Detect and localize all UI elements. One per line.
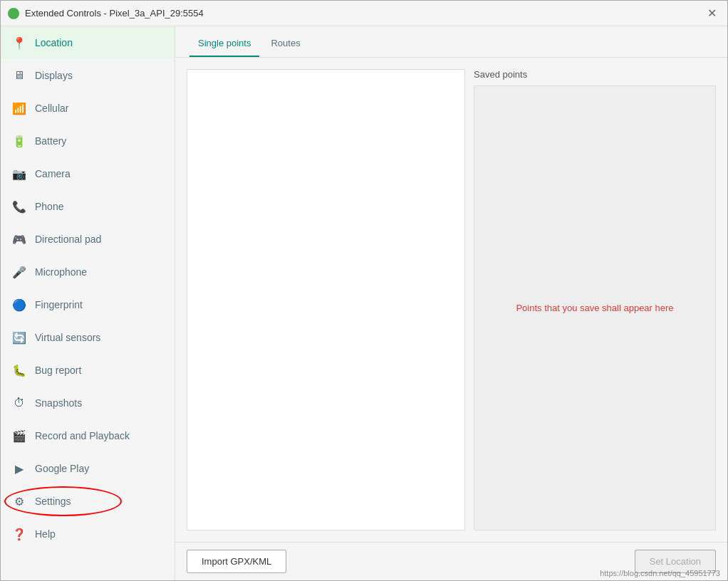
sidebar-item-label-camera: Camera xyxy=(35,168,71,179)
tabs-bar: Single points Routes xyxy=(175,26,727,58)
window-title: Extended Controls - Pixel_3a_API_29:5554 xyxy=(25,8,697,19)
tab-single-points[interactable]: Single points xyxy=(189,31,259,57)
camera-icon: 📷 xyxy=(12,167,26,181)
content-area: 📍Location🖥Displays📶Cellular🔋Battery📷Came… xyxy=(1,26,727,580)
saved-points-placeholder: Points that you save shall appear here xyxy=(516,303,673,313)
directional-pad-icon: 🎮 xyxy=(12,232,26,246)
sidebar-item-label-cellular: Cellular xyxy=(35,103,68,114)
sidebar-item-label-location: Location xyxy=(35,37,73,48)
sidebar-item-bug-report[interactable]: 🐛Bug report xyxy=(1,354,175,387)
sidebar-item-google-play[interactable]: ▶Google Play xyxy=(1,452,175,485)
sidebar-item-directional-pad[interactable]: 🎮Directional pad xyxy=(1,223,175,256)
sidebar-item-record-playback[interactable]: 🎬Record and Playback xyxy=(1,419,175,452)
sidebar-item-label-bug-report: Bug report xyxy=(35,365,81,376)
snapshots-icon: ⏱ xyxy=(12,396,26,410)
sidebar-item-label-battery: Battery xyxy=(35,135,66,147)
bug-report-icon: 🐛 xyxy=(12,363,26,377)
sidebar-item-label-settings: Settings xyxy=(35,496,71,507)
phone-icon: 📞 xyxy=(12,199,26,214)
sidebar-item-label-snapshots: Snapshots xyxy=(35,397,82,409)
settings-icon: ⚙ xyxy=(12,494,26,508)
sidebar-item-virtual-sensors[interactable]: 🔄Virtual sensors xyxy=(1,321,175,354)
location-icon: 📍 xyxy=(12,36,26,50)
sidebar-item-label-google-play: Google Play xyxy=(35,463,89,474)
sidebar-item-label-virtual-sensors: Virtual sensors xyxy=(35,332,100,343)
watermark: https://blog.csdn.net/qq_45951773 xyxy=(600,569,720,577)
displays-icon: 🖥 xyxy=(12,68,26,83)
close-button[interactable]: ✕ xyxy=(703,5,720,22)
sidebar-item-displays[interactable]: 🖥Displays xyxy=(1,59,175,92)
sidebar-item-phone[interactable]: 📞Phone xyxy=(1,190,175,223)
sidebar-item-fingerprint[interactable]: 🔵Fingerprint xyxy=(1,288,175,321)
sidebar-item-label-displays: Displays xyxy=(35,70,73,81)
tab-routes[interactable]: Routes xyxy=(262,31,308,57)
title-bar: Extended Controls - Pixel_3a_API_29:5554… xyxy=(1,1,727,26)
microphone-icon: 🎤 xyxy=(12,265,26,279)
google-play-icon: ▶ xyxy=(12,461,26,476)
sidebar-item-help[interactable]: ❓Help xyxy=(1,518,175,550)
battery-icon: 🔋 xyxy=(12,134,26,148)
sidebar: 📍Location🖥Displays📶Cellular🔋Battery📷Came… xyxy=(1,26,175,580)
cellular-icon: 📶 xyxy=(12,101,26,115)
main-window: Extended Controls - Pixel_3a_API_29:5554… xyxy=(0,0,728,581)
sidebar-item-label-help: Help xyxy=(35,528,56,540)
sidebar-item-label-phone: Phone xyxy=(35,201,63,212)
saved-points-label: Saved points xyxy=(474,69,716,80)
sidebar-item-label-microphone: Microphone xyxy=(35,266,87,278)
map-and-saved-area: Saved points Points that you save shall … xyxy=(175,58,727,542)
saved-points-panel: Saved points Points that you save shall … xyxy=(474,69,716,530)
sidebar-item-label-directional-pad: Directional pad xyxy=(35,234,101,245)
saved-points-box: Points that you save shall appear here xyxy=(474,85,716,530)
import-button[interactable]: Import GPX/KML xyxy=(187,550,286,573)
sidebar-item-cellular[interactable]: 📶Cellular xyxy=(1,92,175,125)
sidebar-item-label-record-playback: Record and Playback xyxy=(35,430,130,441)
app-icon xyxy=(8,8,19,19)
virtual-sensors-icon: 🔄 xyxy=(12,330,26,345)
main-panel: Single points Routes Saved points Points… xyxy=(175,26,727,580)
sidebar-item-snapshots[interactable]: ⏱Snapshots xyxy=(1,387,175,419)
help-icon: ❓ xyxy=(12,527,26,541)
sidebar-item-settings[interactable]: ⚙Settings xyxy=(1,485,175,518)
sidebar-item-microphone[interactable]: 🎤Microphone xyxy=(1,256,175,288)
sidebar-item-label-fingerprint: Fingerprint xyxy=(35,299,83,310)
record-playback-icon: 🎬 xyxy=(12,429,26,443)
sidebar-item-camera[interactable]: 📷Camera xyxy=(1,157,175,190)
map-view[interactable] xyxy=(187,69,465,530)
fingerprint-icon: 🔵 xyxy=(12,298,26,312)
sidebar-item-location[interactable]: 📍Location xyxy=(1,26,175,59)
sidebar-item-battery[interactable]: 🔋Battery xyxy=(1,125,175,157)
